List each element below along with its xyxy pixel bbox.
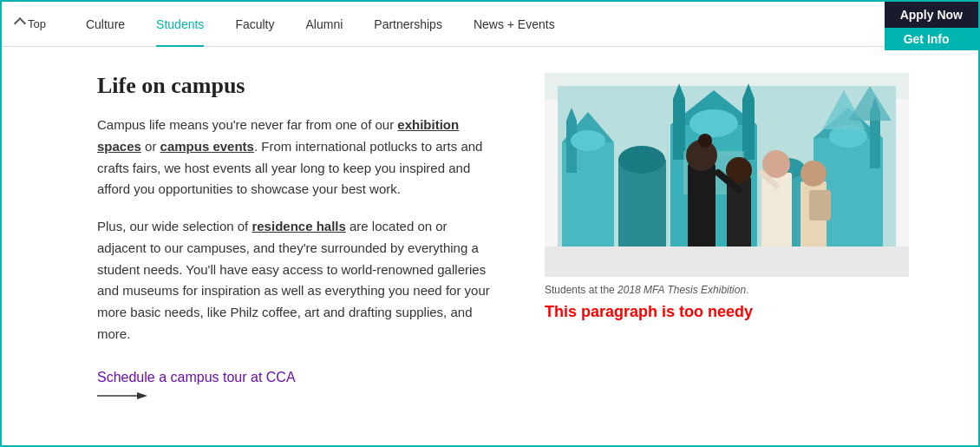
section-title: Life on campus [97,73,493,99]
nav-alumni[interactable]: Alumni [291,2,359,47]
paragraph-2: Plus, our wide selection of residence ha… [97,216,493,345]
svg-rect-28 [688,164,715,255]
text-section: Life on campus Campus life means you're … [97,73,493,403]
arrow-right-icon [97,389,149,403]
nav-right-buttons: Apply Now Get Info [885,2,978,50]
nav-links: Culture Students Faculty Alumni Partners… [70,2,964,47]
exhibition-image [545,73,909,277]
svg-point-23 [618,146,665,174]
campus-events-link[interactable]: campus events [160,139,254,154]
svg-point-30 [698,134,712,148]
arrow-line [97,389,493,403]
caption-italic: 2018 MFA Thesis Exhibition [617,284,746,296]
image-caption: Students at the 2018 MFA Thesis Exhibiti… [545,284,909,296]
nav-news-events[interactable]: News + Events [458,2,571,47]
exhibition-photo-svg [545,73,909,277]
paragraph-1: Campus life means you're never far from … [97,115,493,200]
svg-rect-37 [809,190,831,220]
campus-tour-link[interactable]: Schedule a campus tour at CCA [97,370,493,385]
top-link[interactable]: Top [16,17,46,30]
svg-point-36 [800,161,826,187]
residence-halls-link[interactable]: residence halls [252,219,345,233]
caption-pre: Students at the [545,284,617,296]
svg-rect-42 [545,247,909,277]
svg-marker-1 [137,392,147,399]
svg-rect-15 [742,99,755,160]
nav-culture[interactable]: Culture [70,2,140,47]
para1-pre: Campus life means you're never far from … [97,117,397,132]
nav-partnerships[interactable]: Partnerships [358,2,458,47]
caption-post: . [746,284,748,296]
top-label: Top [28,17,46,30]
annotation-text: This paragraph is too needy [545,303,909,321]
svg-point-9 [571,130,605,151]
get-info-button[interactable]: Get Info [885,28,978,50]
apply-now-button[interactable]: Apply Now [885,2,978,28]
svg-point-12 [689,109,738,137]
para2-post: are located on or adjacent to our campus… [97,219,490,341]
nav-faculty[interactable]: Faculty [219,2,290,47]
navigation-bar: Top Culture Students Faculty Alumni Part… [2,2,978,47]
image-section: Students at the 2018 MFA Thesis Exhibiti… [545,73,909,403]
arrow-up-icon [14,16,26,29]
campus-tour-container: Schedule a campus tour at CCA [97,361,493,403]
svg-rect-13 [673,99,685,160]
para2-pre: Plus, our wide selection of [97,219,252,233]
nav-students[interactable]: Students [140,2,219,47]
main-content: Life on campus Campus life means you're … [2,47,978,420]
para1-mid: or [145,139,160,154]
